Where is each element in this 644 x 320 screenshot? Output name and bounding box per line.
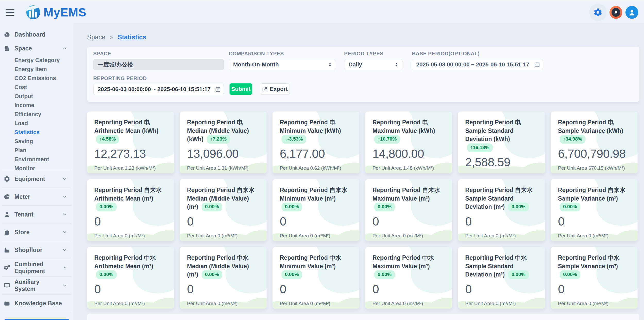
sidebar-item-energy-item[interactable]: Energy Item bbox=[0, 65, 73, 74]
space-input[interactable] bbox=[93, 59, 224, 70]
sidebar-item-label: Meter bbox=[14, 193, 30, 200]
brand-logo-icon bbox=[26, 5, 40, 19]
breadcrumb-separator: » bbox=[110, 33, 113, 41]
sidebar-item-store[interactable]: Store bbox=[0, 226, 73, 238]
card-head: Reporting Period 电 Maximum Value (kWh) ↑… bbox=[372, 118, 445, 144]
sidebar-item-cost[interactable]: Cost bbox=[0, 83, 73, 92]
card-title: Reporting Period 自来水 Arithmetic Mean (m³… bbox=[94, 187, 162, 202]
base-period-input[interactable] bbox=[412, 59, 543, 70]
sidebar-item-shopfloor[interactable]: Shopfloor bbox=[0, 244, 73, 256]
bottom-panel bbox=[87, 314, 639, 320]
card-subline: Per Unit Area 0 (m³/M²) bbox=[187, 233, 259, 239]
reporting-period-input[interactable] bbox=[93, 84, 224, 95]
brand-logo[interactable]: MyEMS bbox=[26, 5, 86, 19]
card-sublines: Per Unit Area 0 (m³/M²)Per Capita 0 (m³) bbox=[372, 233, 445, 241]
card-sublines: Per Unit Area 0 (m³/M²)Per Capita 0 (m³) bbox=[372, 301, 445, 309]
statistic-card: Reporting Period 自来水 Maximum Value (m³) … bbox=[365, 179, 452, 241]
statistic-card: Reporting Period 电 Arithmetic Mean (kWh)… bbox=[87, 111, 174, 173]
chevron-down-icon bbox=[62, 230, 67, 235]
statistic-card: Reporting Period 自来水 Sample Variance (m³… bbox=[551, 179, 638, 241]
sidebar-item-label: Store bbox=[14, 229, 30, 236]
sidebar-item-statistics[interactable]: Statistics bbox=[0, 128, 73, 137]
statistic-card: Reporting Period 电 Median (Middle Value)… bbox=[180, 111, 267, 173]
card-subline: Per Unit Area 0 (m³/M²) bbox=[187, 301, 259, 306]
sidebar-item-label: Auxiliary System bbox=[14, 279, 62, 292]
card-sublines: Per Unit Area 0 (m³/M²)Per Capita 0 (m³) bbox=[280, 301, 352, 309]
sidebar-item-space[interactable]: Space bbox=[0, 43, 73, 54]
card-value: 0 bbox=[280, 282, 352, 296]
sidebar-item-environment-monitor[interactable]: Environment Monitor bbox=[0, 155, 73, 164]
card-title: Reporting Period 自来水 Minimum Value (m³) bbox=[280, 187, 347, 202]
sidebar-item-energy-category[interactable]: Energy Category bbox=[0, 56, 73, 65]
sidebar-item-co2-emissions[interactable]: CO2 Emissions bbox=[0, 74, 73, 83]
period-types-select[interactable]: Daily bbox=[344, 59, 402, 70]
sidebar-item-auxiliary-system[interactable]: Auxiliary System bbox=[0, 279, 73, 292]
user-avatar[interactable] bbox=[625, 6, 638, 19]
breadcrumb-parent[interactable]: Space bbox=[87, 33, 105, 41]
card-sublines: Per Unit Area 0 (m³/M²)Per Capita 0 (m³) bbox=[187, 233, 259, 241]
card-trend-badge: 0.00% bbox=[202, 270, 222, 279]
chevron-down-icon bbox=[62, 247, 67, 253]
breadcrumb-current: Statistics bbox=[118, 33, 146, 41]
card-value: 0 bbox=[465, 282, 538, 296]
sidebar-item-combined-equipment[interactable]: Combined Equipment bbox=[0, 262, 73, 274]
card-head: Reporting Period 自来水 Maximum Value (m³) … bbox=[372, 186, 445, 211]
card-subline: Per Unit Area 0 (m³/M²) bbox=[280, 233, 352, 239]
sidebar-item-equipment[interactable]: Equipment bbox=[0, 173, 73, 185]
gears-icon bbox=[4, 264, 10, 271]
sidebar-item-income[interactable]: Income bbox=[0, 101, 73, 110]
card-head: Reporting Period 电 Minimum Value (kWh) ↓… bbox=[280, 118, 352, 144]
card-title: Reporting Period 电 Minimum Value (kWh) bbox=[280, 119, 341, 134]
card-value: 6,700,790.98 bbox=[558, 147, 630, 161]
card-trend-badge: 0.00% bbox=[374, 203, 395, 211]
card-sublines: Per Unit Area 0 (m³/M²)Per Capita 0 (m³) bbox=[558, 233, 630, 241]
card-value: 0 bbox=[558, 282, 630, 296]
card-head: Reporting Period 自来水 Sample Standard Dev… bbox=[465, 186, 538, 211]
window-top-strip bbox=[0, 0, 644, 2]
sidebar-item-knowledge-base[interactable]: Knowledge Base bbox=[0, 297, 73, 309]
sidebar-item-plan[interactable]: Plan bbox=[0, 146, 73, 155]
breadcrumb: Space » Statistics bbox=[87, 33, 644, 41]
comparison-types-select[interactable]: Month-On-Month bbox=[229, 59, 336, 70]
statistic-card: Reporting Period 电 Minimum Value (kWh) ↓… bbox=[273, 111, 359, 173]
chevron-down-icon bbox=[62, 194, 67, 199]
settings-gear-icon bbox=[593, 8, 603, 17]
notifications-button[interactable] bbox=[609, 6, 622, 19]
card-value: 0 bbox=[94, 214, 167, 228]
card-value: 0 bbox=[558, 214, 630, 228]
divider bbox=[2, 259, 71, 259]
sidebar-item-efficiency[interactable]: Efficiency bbox=[0, 110, 73, 119]
sidebar-item-load[interactable]: Load bbox=[0, 119, 73, 128]
export-button[interactable]: Export bbox=[260, 83, 290, 95]
divider bbox=[2, 170, 71, 170]
hamburger-menu-icon[interactable] bbox=[6, 9, 14, 16]
card-value: 14,800.00 bbox=[372, 147, 445, 161]
card-sublines: Per Unit Area 0 (m³/M²)Per Capita 0 (m³) bbox=[558, 301, 630, 309]
sidebar-item-saving[interactable]: Saving bbox=[0, 137, 73, 146]
sidebar-item-meter[interactable]: Meter bbox=[0, 191, 73, 203]
enterprise-edition-button[interactable]: Enterprise Edition bbox=[4, 319, 70, 320]
card-subline: Per Unit Area 0 (m³/M²) bbox=[372, 301, 445, 306]
card-value: 0 bbox=[372, 282, 445, 296]
statistic-card: Reporting Period 中水 Sample Variance (m³)… bbox=[551, 247, 638, 309]
sidebar-item-label: Combined Equipment bbox=[14, 261, 63, 275]
settings-button[interactable] bbox=[589, 4, 606, 21]
card-trend-badge: 0.00% bbox=[508, 270, 529, 279]
card-body: Reporting Period 中水 Sample Variance (m³)… bbox=[551, 247, 638, 309]
calendar-icon bbox=[534, 62, 540, 67]
card-sublines: Per Unit Area 0 (m³/M²)Per Capita 0 (m³) bbox=[280, 233, 352, 241]
sidebar-item-tenant[interactable]: Tenant bbox=[0, 208, 73, 221]
card-subline: Per Unit Area 0 (m³/M²) bbox=[94, 301, 167, 306]
card-subline: Per Unit Area 0.62 (kWh/M²) bbox=[280, 165, 352, 171]
submit-button[interactable]: Submit bbox=[230, 83, 252, 95]
card-body: Reporting Period 自来水 Minimum Value (m³) … bbox=[273, 179, 359, 241]
statistic-card: Reporting Period 中水 Sample Standard Devi… bbox=[458, 247, 545, 309]
card-trend-badge: 0.00% bbox=[560, 270, 580, 279]
divider bbox=[2, 188, 71, 188]
sidebar-item-output[interactable]: Output bbox=[0, 92, 73, 101]
card-body: Reporting Period 电 Sample Standard Devia… bbox=[458, 111, 545, 173]
card-subline: Per Unit Area 670.15 (kWh/M²) bbox=[558, 165, 630, 171]
sidebar-item-dashboard[interactable]: Dashboard bbox=[0, 29, 73, 40]
card-title: Reporting Period 自来水 Sample Variance (m³… bbox=[558, 187, 625, 202]
card-title: Reporting Period 中水 Arithmetic Mean (m³) bbox=[94, 254, 156, 270]
